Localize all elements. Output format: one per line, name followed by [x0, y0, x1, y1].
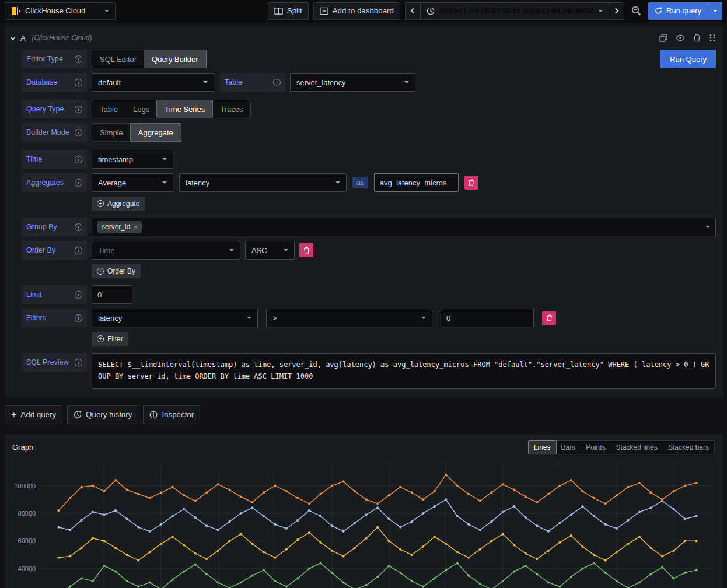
series-point [456, 514, 459, 517]
chevron-down-icon [104, 10, 109, 12]
split-button[interactable]: Split [268, 2, 309, 20]
series-point [673, 577, 675, 579]
series-point [445, 473, 447, 475]
collapse-chevron-icon[interactable] [11, 36, 15, 40]
filter-value-input[interactable] [441, 309, 534, 327]
info-icon[interactable]: i [75, 314, 82, 322]
drag-handle-icon[interactable] [709, 34, 716, 42]
chevron-down-icon [284, 249, 288, 251]
aggregate-function-select[interactable]: Average [92, 173, 173, 192]
toggle-visibility-eye-icon[interactable] [676, 34, 685, 41]
run-query-button[interactable]: Run query [648, 6, 708, 15]
series-point [183, 544, 185, 546]
label-database: Database i [22, 73, 87, 92]
chip-remove-icon[interactable]: × [134, 223, 137, 230]
order-by-direction-select[interactable]: ASC [245, 241, 295, 260]
graph-style-group-option-lines[interactable]: Lines [528, 440, 557, 454]
series-point [365, 513, 367, 516]
database-select[interactable]: default [92, 73, 214, 92]
run-query-label: Run query [666, 6, 701, 15]
graph-title: Graph [12, 443, 33, 452]
info-icon[interactable]: i [75, 129, 82, 136]
info-icon[interactable]: i [75, 291, 82, 299]
duplicate-query-icon[interactable] [659, 34, 667, 42]
query-history-button[interactable]: Query history [67, 405, 138, 424]
delete-query-trash-icon[interactable] [693, 34, 701, 42]
series-point [479, 528, 481, 531]
info-icon[interactable]: i [75, 359, 82, 366]
query-type-group-option-time-series[interactable]: Time Series [156, 100, 213, 118]
run-query-dropdown-button[interactable] [708, 2, 722, 20]
series-point [456, 484, 459, 487]
inspector-button[interactable]: Inspector [143, 405, 200, 424]
time-label: Time [26, 155, 42, 163]
time-picker-group: 2023-11-01 06:37:55 to 2023-11-01 06:38:… [405, 2, 624, 20]
trash-icon [546, 314, 553, 321]
series-point [148, 497, 151, 499]
timeseries-chart[interactable]: 2000040000600008000010000006:38:0006:38:… [9, 458, 718, 588]
time-shift-forward-button[interactable] [609, 2, 624, 20]
add-to-dashboard-button[interactable]: Add to dashboard [313, 2, 400, 20]
info-icon[interactable]: i [75, 247, 82, 254]
group-by-multiselect[interactable]: server_id× [92, 218, 716, 236]
series-point [92, 510, 94, 513]
info-icon[interactable]: i [75, 179, 82, 187]
remove-filter-button[interactable] [542, 311, 556, 325]
info-icon[interactable]: i [75, 223, 82, 231]
info-icon[interactable]: i [75, 106, 82, 113]
run-query-split-button: Run query [648, 2, 722, 20]
add-query-button[interactable]: + Add query [5, 405, 62, 424]
series-point [114, 479, 117, 481]
builder-mode-group-option-aggregate[interactable]: Aggregate [130, 123, 181, 142]
chevron-down-icon [162, 158, 167, 160]
time-shift-back-button[interactable] [405, 2, 420, 20]
filter-operator-select[interactable]: > [266, 309, 432, 327]
query-type-group-option-logs[interactable]: Logs [125, 100, 157, 118]
run-query-form-button[interactable]: Run Query [660, 50, 716, 68]
remove-aggregate-button[interactable] [464, 176, 478, 190]
add-order-by-button[interactable]: + Order By [92, 264, 141, 278]
top-bar: ClickHouse Cloud Split Add to dashboard [0, 0, 727, 22]
series-point [194, 499, 197, 502]
query-ref-id[interactable]: A [20, 34, 26, 43]
info-icon[interactable]: i [75, 55, 82, 63]
series-point [103, 513, 105, 516]
clock-icon [427, 7, 435, 15]
datasource-picker[interactable]: ClickHouse Cloud [5, 2, 116, 20]
table-select[interactable]: server_latency [290, 73, 415, 92]
series-point [661, 566, 663, 568]
add-query-label: Add query [20, 410, 56, 419]
info-icon[interactable]: i [75, 156, 82, 163]
time-column-select[interactable]: timestamp [92, 150, 173, 169]
add-aggregate-button[interactable]: + Aggregate [92, 197, 145, 211]
series-point [513, 544, 515, 546]
editor-type-group-option-query-builder[interactable]: Query Builder [144, 50, 206, 68]
info-icon[interactable]: i [75, 79, 82, 86]
graph-style-group-option-points[interactable]: Points [581, 441, 610, 454]
editor-type-group-option-sql-editor[interactable]: SQL Editor [92, 50, 144, 68]
order-by-field-select[interactable]: Time [92, 241, 240, 260]
series-point [251, 501, 253, 503]
graph-style-group-option-stacked-lines[interactable]: Stacked lines [611, 441, 663, 454]
aggregate-column-select[interactable]: latency [179, 173, 347, 192]
add-filter-button[interactable]: + Filter [92, 332, 128, 346]
label-filters: Filters i [22, 309, 87, 327]
series-point [627, 486, 629, 488]
limit-input[interactable] [92, 285, 132, 304]
series-point [331, 550, 333, 552]
graph-style-group-option-bars[interactable]: Bars [556, 441, 581, 454]
zoom-out-button[interactable] [629, 4, 644, 18]
builder-mode-group-option-simple[interactable]: Simple [92, 124, 131, 141]
split-icon [274, 7, 283, 15]
info-icon[interactable]: i [273, 79, 281, 86]
query-type-group-option-table[interactable]: Table [92, 100, 125, 118]
aggregate-alias-input[interactable] [374, 173, 459, 192]
filter-field-select[interactable]: latency [92, 309, 258, 327]
query-type-group-option-traces[interactable]: Traces [212, 100, 250, 118]
series-point [194, 563, 197, 565]
chevron-down-icon [705, 226, 710, 228]
time-range-picker[interactable]: 2023-11-01 06:37:55 to 2023-11-01 06:38:… [420, 2, 609, 20]
graph-style-group-option-stacked-bars[interactable]: Stacked bars [663, 441, 714, 454]
series-point [604, 523, 606, 526]
remove-order-by-button[interactable] [299, 243, 313, 257]
